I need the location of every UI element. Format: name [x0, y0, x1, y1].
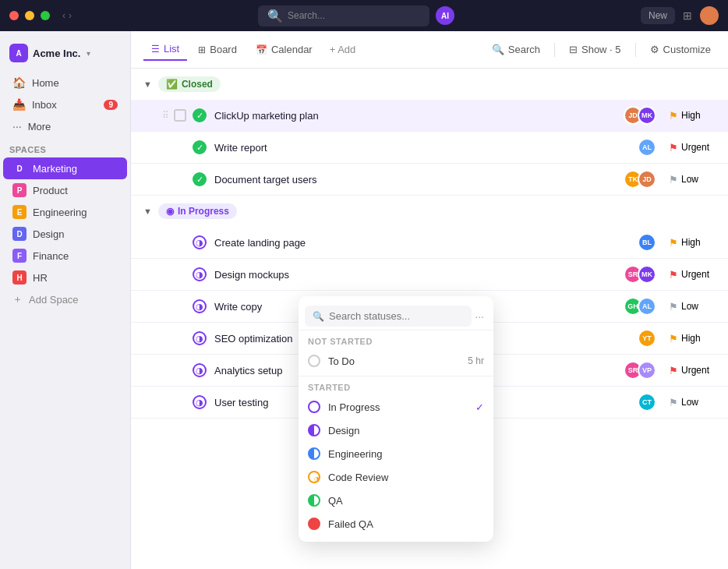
avatar: VP [638, 361, 656, 380]
dropdown-item-inprogress[interactable]: In Progress ✓ [299, 395, 493, 419]
close-btn[interactable] [9, 11, 19, 20]
inbox-badge: 9 [104, 100, 118, 110]
dropdown-more-icon[interactable]: ··· [472, 307, 487, 326]
dropdown-item-codereview[interactable]: ◑ Code Review [299, 465, 493, 489]
task-avatars: JD MK [624, 106, 656, 125]
sidebar-item-design[interactable]: D Design [3, 223, 127, 245]
sidebar-logo[interactable]: A Acme Inc. ▾ [0, 41, 130, 72]
selected-checkmark-icon: ✓ [475, 401, 484, 413]
qa-dropdown-label: QA [328, 495, 343, 507]
finance-dot: F [12, 249, 27, 263]
task-avatars: GH AL [624, 297, 656, 316]
sidebar-item-home-label: Home [32, 77, 59, 89]
task-name: Write report [214, 142, 638, 154]
priority-flag-icon: ⚑ [669, 174, 678, 186]
add-space-button[interactable]: ＋ Add Space [3, 288, 127, 310]
dropdown-item-design[interactable]: Design [299, 419, 493, 442]
priority-label: Urgent [681, 269, 709, 280]
started-section-label: STARTED [299, 380, 493, 395]
tab-board[interactable]: ⊞ Board [190, 39, 245, 60]
task-row[interactable]: ⠿ ◑ Create landing page BL ⚑ High [131, 227, 728, 259]
qa-status-icon [308, 494, 320, 507]
grid-icon[interactable]: ⊞ [683, 9, 692, 22]
task-name: ClickUp marketing plan [214, 110, 624, 122]
task-status-icon: ✓ [193, 172, 207, 186]
inprogress-section-header[interactable]: ▼ ◉ In Progress [131, 196, 728, 227]
task-checkbox[interactable] [174, 109, 186, 122]
spaces-header: Spaces [0, 137, 130, 157]
tab-calendar-label: Calendar [271, 44, 313, 55]
task-name: Document target users [214, 174, 624, 186]
avatar: JD [638, 170, 656, 189]
search-label: Search [508, 44, 540, 55]
status-dropdown: 🔍 ··· NOT STARTED To Do 5 hr STARTED In … [299, 296, 493, 542]
dropdown-search-icon: 🔍 [313, 311, 324, 322]
task-name: Create landing page [214, 237, 638, 249]
logo-icon: A [9, 44, 28, 62]
sidebar-item-product[interactable]: P Product [3, 179, 127, 201]
failedqa-status-icon [308, 518, 320, 530]
search-button[interactable]: 🔍 Search [487, 41, 545, 58]
task-row[interactable]: ⠿ ✓ ClickUp marketing plan JD MK ⚑ High [131, 100, 728, 132]
global-search-bar[interactable]: 🔍 Search... [258, 5, 429, 27]
task-row[interactable]: ⠿ ◑ Design mockups SR MK ⚑ Urgent [131, 259, 728, 291]
sidebar-item-inbox[interactable]: 📥 Inbox 9 [3, 94, 127, 115]
priority-badge: ⚑ Urgent [669, 269, 716, 281]
minimize-btn[interactable] [25, 11, 34, 20]
ai-badge[interactable]: AI [436, 6, 454, 25]
nav-arrows: ‹ › [62, 10, 72, 21]
new-button[interactable]: New [641, 7, 675, 24]
priority-badge: ⚑ High [669, 237, 716, 249]
sidebar-item-home[interactable]: 🏠 Home [3, 72, 127, 94]
sidebar-item-more[interactable]: ··· More [3, 115, 127, 137]
forward-arrow[interactable]: › [69, 10, 72, 21]
dropdown-item-failedqa[interactable]: Failed QA [299, 512, 493, 535]
dropdown-search[interactable]: 🔍 [305, 306, 472, 327]
sidebar-item-marketing-label: Marketing [33, 163, 77, 175]
todo-label: To Do [328, 355, 355, 367]
inprogress-status-icon: ◉ [166, 206, 174, 217]
sidebar-item-marketing[interactable]: D Marketing [3, 157, 127, 179]
search-icon: 🔍 [267, 9, 283, 23]
sidebar-item-product-label: Product [33, 185, 68, 196]
dropdown-search-input[interactable] [329, 310, 464, 322]
tab-list[interactable]: ☰ List [143, 38, 187, 61]
sidebar-item-engineering[interactable]: E Engineering [3, 201, 127, 223]
search-icon: 🔍 [492, 44, 504, 55]
dropdown-item-todo[interactable]: To Do 5 hr [299, 349, 493, 373]
sidebar-item-design-label: Design [33, 228, 64, 240]
tab-calendar[interactable]: 📅 Calendar [248, 39, 320, 60]
avatar: AL [638, 138, 656, 157]
priority-flag-icon: ⚑ [669, 237, 678, 249]
task-row[interactable]: ⠿ ✓ Write report AL ⚑ Urgent [131, 132, 728, 164]
dropdown-item-engineering[interactable]: Engineering [299, 442, 493, 465]
sidebar-item-finance[interactable]: F Finance [3, 245, 127, 267]
avatar: BL [638, 233, 656, 252]
avatar: CT [638, 393, 656, 412]
dropdown-divider-2 [299, 376, 493, 376]
avatar: MK [638, 265, 656, 284]
more-icon: ··· [12, 120, 22, 133]
maximize-btn[interactable] [41, 11, 50, 20]
customize-button[interactable]: ⚙ Customize [645, 41, 716, 58]
sidebar-item-hr[interactable]: H HR [3, 267, 127, 288]
user-avatar[interactable] [700, 6, 719, 25]
add-tab-button[interactable]: + Add [323, 39, 362, 60]
task-status-icon: ✓ [193, 108, 207, 122]
closed-section-header[interactable]: ▼ ✅ Closed [131, 69, 728, 100]
todo-status-icon [308, 355, 320, 367]
task-status-icon: ◑ [193, 235, 207, 249]
home-icon: 🏠 [12, 76, 26, 89]
priority-flag-icon: ⚑ [669, 301, 678, 313]
priority-badge: ⚑ High [669, 333, 716, 345]
task-name: Design mockups [214, 269, 624, 281]
show-button[interactable]: ⊟ Show · 5 [564, 41, 626, 58]
priority-label: High [681, 237, 701, 248]
task-avatars: TK JD [624, 170, 656, 189]
failedqa-dropdown-label: Failed QA [328, 518, 373, 530]
task-row[interactable]: ⠿ ✓ Document target users TK JD ⚑ Low [131, 164, 728, 196]
dropdown-item-qa[interactable]: QA [299, 489, 493, 512]
content-area: ☰ List ⊞ Board 📅 Calendar + Add 🔍 Search [131, 31, 728, 569]
inprogress-section-label: In Progress [178, 206, 229, 217]
back-arrow[interactable]: ‹ [62, 10, 65, 21]
